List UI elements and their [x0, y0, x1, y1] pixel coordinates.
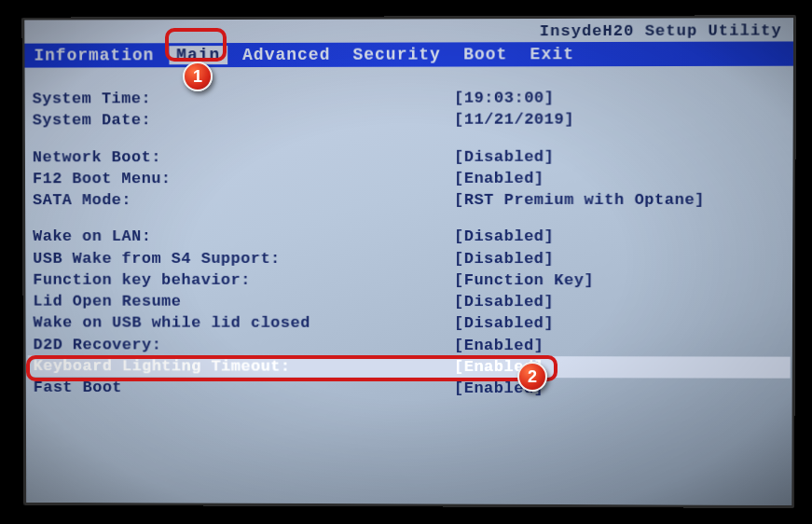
- setting-function-key[interactable]: Function key behavior: [Function Key]: [27, 269, 791, 292]
- setting-value: [Enabled]: [454, 379, 791, 399]
- settings-content: System Time: [19:03:00] System Date: [11…: [25, 66, 793, 402]
- setting-network-boot[interactable]: Network Boot: [Disabled]: [27, 145, 791, 168]
- menu-bar: Information Main Advanced Security Boot …: [25, 41, 793, 67]
- setting-value: [Enabled]: [454, 336, 791, 356]
- setting-label: USB Wake from S4 Support:: [27, 248, 454, 268]
- setting-label: System Time:: [27, 89, 454, 109]
- utility-title: InsydeH20 Setup Utility: [24, 18, 793, 43]
- setting-label: Keyboard Lighting Timeout:: [28, 356, 454, 377]
- setting-lid-open[interactable]: Lid Open Resume [Disabled]: [27, 291, 791, 313]
- setting-value: [Enabled]: [454, 357, 791, 378]
- setting-fast-boot[interactable]: Fast Boot [Enabled]: [28, 377, 791, 400]
- setting-system-date[interactable]: System Date: [11/21/2019]: [27, 108, 791, 131]
- setting-label: D2D Recovery:: [28, 335, 454, 355]
- setting-value: [Disabled]: [454, 313, 791, 334]
- bios-screen: InsydeH20 Setup Utility Information Main…: [21, 15, 796, 508]
- setting-sata-mode[interactable]: SATA Mode: [RST Premium with Optane]: [27, 189, 791, 212]
- setting-label: Wake on USB while lid closed: [28, 313, 454, 334]
- setting-f12-boot[interactable]: F12 Boot Menu: [Enabled]: [27, 167, 791, 189]
- setting-label: F12 Boot Menu:: [27, 169, 454, 189]
- setting-label: Fast Boot: [28, 378, 454, 398]
- setting-label: SATA Mode:: [27, 190, 454, 210]
- annotation-badge-2: 2: [517, 362, 547, 392]
- setting-value: [11/21/2019]: [454, 109, 791, 130]
- setting-system-time[interactable]: System Time: [19:03:00]: [27, 87, 791, 110]
- setting-usb-wake-s4[interactable]: USB Wake from S4 Support: [Disabled]: [27, 247, 791, 269]
- setting-value: [Enabled]: [454, 168, 791, 188]
- setting-value: [Function Key]: [454, 270, 791, 291]
- setting-label: Function key behavior:: [27, 270, 454, 291]
- setting-keyboard-lighting[interactable]: Keyboard Lighting Timeout: [Enabled]: [28, 355, 791, 379]
- setting-value: [Disabled]: [454, 249, 791, 269]
- menu-advanced[interactable]: Advanced: [235, 46, 337, 64]
- menu-security[interactable]: Security: [345, 45, 448, 63]
- setting-label: Lid Open Resume: [27, 292, 454, 312]
- setting-wake-usb-lid[interactable]: Wake on USB while lid closed [Disabled]: [28, 312, 791, 335]
- menu-exit[interactable]: Exit: [522, 45, 582, 63]
- setting-label: System Date:: [27, 110, 454, 131]
- setting-label: Network Boot:: [27, 146, 454, 167]
- setting-d2d-recovery[interactable]: D2D Recovery: [Enabled]: [28, 334, 791, 357]
- setting-value: [Disabled]: [454, 227, 791, 246]
- menu-boot[interactable]: Boot: [456, 45, 515, 63]
- setting-value: [19:03:00]: [454, 88, 791, 108]
- setting-value: [Disabled]: [454, 292, 791, 312]
- setting-value: [Disabled]: [454, 146, 791, 167]
- setting-value: [RST Premium with Optane]: [454, 190, 791, 210]
- setting-label: Wake on LAN:: [27, 227, 454, 246]
- setting-wake-lan[interactable]: Wake on LAN: [Disabled]: [27, 226, 791, 247]
- menu-information[interactable]: Information: [27, 46, 162, 64]
- annotation-badge-1: 1: [183, 62, 213, 91]
